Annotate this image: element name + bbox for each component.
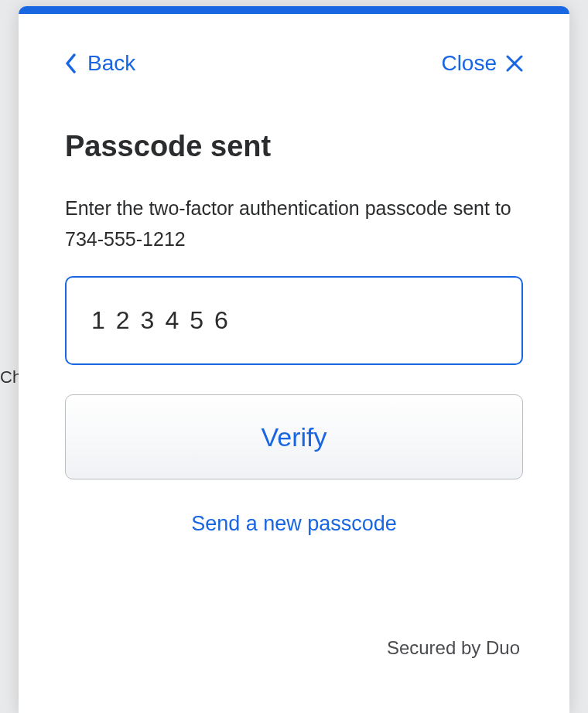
spacer xyxy=(65,536,523,637)
modal-header: Back Close xyxy=(65,51,523,76)
close-icon xyxy=(506,55,523,72)
verify-button[interactable]: Verify xyxy=(65,394,523,479)
passcode-input[interactable] xyxy=(65,276,523,365)
close-button[interactable]: Close xyxy=(441,51,523,76)
page-title: Passcode sent xyxy=(65,130,523,163)
resend-link[interactable]: Send a new passcode xyxy=(65,512,523,536)
passcode-modal: Back Close Passcode sent Enter the two-f… xyxy=(19,6,569,713)
close-label: Close xyxy=(441,51,497,76)
back-button[interactable]: Back xyxy=(65,51,135,76)
back-label: Back xyxy=(87,51,135,76)
accent-bar xyxy=(19,6,569,14)
chevron-left-icon xyxy=(65,53,77,73)
secured-by-text: Secured by Duo xyxy=(65,637,523,682)
modal-content: Back Close Passcode sent Enter the two-f… xyxy=(19,14,569,713)
instructions-text: Enter the two-factor authentication pass… xyxy=(65,193,523,254)
